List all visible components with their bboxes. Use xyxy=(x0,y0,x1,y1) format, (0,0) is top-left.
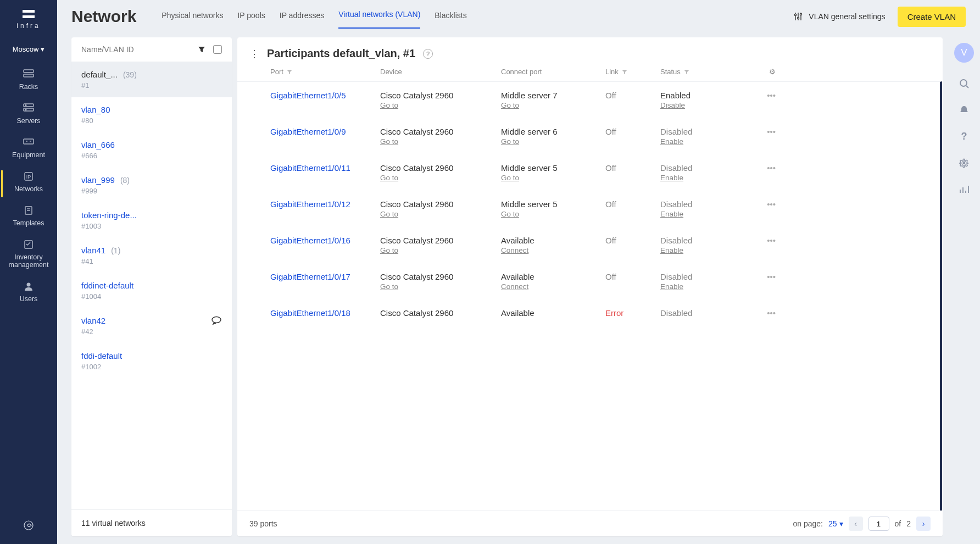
status-toggle-link[interactable]: Disable xyxy=(660,101,685,109)
vlan-settings-link[interactable]: VLAN general settings xyxy=(793,12,885,21)
comment-icon xyxy=(211,316,222,325)
svg-point-23 xyxy=(798,17,799,19)
port-link[interactable]: GigabitEthernet1/0/9 xyxy=(270,127,380,136)
port-link[interactable]: GigabitEthernet1/0/11 xyxy=(270,163,380,173)
svg-rect-2 xyxy=(24,70,34,73)
avatar[interactable]: V xyxy=(954,43,974,63)
bell-icon[interactable] xyxy=(959,104,970,115)
connect-port-link[interactable]: Go to xyxy=(501,210,519,218)
select-all-checkbox[interactable] xyxy=(213,45,222,54)
status-label: Disabled xyxy=(660,199,748,209)
port-link[interactable]: GigabitEthernet1/0/12 xyxy=(270,199,380,209)
svg-point-17 xyxy=(27,283,31,287)
gear-icon[interactable] xyxy=(959,158,970,169)
networks-icon: IP xyxy=(22,171,35,182)
device-goto-link[interactable]: Go to xyxy=(380,101,398,109)
users-icon xyxy=(22,281,35,292)
vlan-item[interactable]: vlan42#42 xyxy=(71,308,232,343)
connect-port-link[interactable]: Go to xyxy=(501,137,519,146)
svg-point-28 xyxy=(963,162,965,164)
create-vlan-button[interactable]: Create VLAN xyxy=(898,7,966,27)
port-link[interactable]: GigabitEthernet1/0/17 xyxy=(270,272,380,281)
nav-item-networks[interactable]: IPNetworks xyxy=(0,166,57,201)
status-toggle-link[interactable]: Enable xyxy=(660,246,683,254)
sliders-icon xyxy=(793,12,803,21)
nav-item-inventory[interactable]: Inventory management xyxy=(0,235,57,276)
column-header[interactable]: Port xyxy=(270,68,380,76)
gear-icon[interactable]: ⚙ xyxy=(769,68,776,76)
row-menu-icon[interactable]: ••• xyxy=(748,236,776,254)
nav-item-templates[interactable]: Templates xyxy=(0,201,57,235)
connect-port-link[interactable]: Go to xyxy=(501,101,519,109)
stats-icon[interactable] xyxy=(959,184,970,195)
nav-item-equipment[interactable]: Equipment xyxy=(0,132,57,166)
connect-port-link[interactable]: Connect xyxy=(501,246,528,254)
device-goto-link[interactable]: Go to xyxy=(380,137,398,146)
status-toggle-link[interactable]: Enable xyxy=(660,137,683,146)
pager: on page: 25 ▾ ‹ of 2 › xyxy=(793,517,931,531)
collapse-rail-button[interactable] xyxy=(19,515,38,535)
column-header[interactable]: Status xyxy=(660,68,748,76)
svg-point-22 xyxy=(795,14,797,15)
detail-menu-icon[interactable]: ⋮ xyxy=(249,48,259,60)
per-page-select[interactable]: 25 ▾ xyxy=(828,519,843,528)
tab-physical-networks[interactable]: Physical networks xyxy=(162,5,223,29)
tab-blacklists[interactable]: Blacklists xyxy=(435,5,466,29)
column-header[interactable]: Connect port xyxy=(501,68,605,76)
svg-point-26 xyxy=(960,80,967,86)
vlan-item[interactable]: vlan_999(8)#999 xyxy=(71,168,232,203)
row-menu-icon[interactable]: ••• xyxy=(748,308,776,318)
vlan-item[interactable]: default_...(39)#1 xyxy=(71,62,232,97)
tab-ip-addresses[interactable]: IP addresses xyxy=(280,5,324,29)
port-row: GigabitEthernet1/0/17Cisco Catalyst 2960… xyxy=(237,263,940,299)
status-label: Disabled xyxy=(660,272,748,281)
vlan-item[interactable]: fddinet-default#1004 xyxy=(71,273,232,308)
location-selector[interactable]: Moscow ▾ xyxy=(13,45,45,53)
tab-virtual-networks-vlan-[interactable]: Virtual networks (VLAN) xyxy=(338,4,420,29)
page-input[interactable] xyxy=(868,517,889,531)
status-toggle-link[interactable]: Enable xyxy=(660,282,683,291)
vlan-item[interactable]: vlan41(1)#41 xyxy=(71,238,232,273)
next-page-button[interactable]: › xyxy=(916,517,931,531)
help-icon[interactable]: ? xyxy=(423,49,433,59)
prev-page-button[interactable]: ‹ xyxy=(849,517,863,531)
status-toggle-link[interactable]: Enable xyxy=(660,210,683,218)
row-menu-icon[interactable]: ••• xyxy=(748,272,776,291)
detail-panel: ⋮ Participants default_vlan, #1 ? PortDe… xyxy=(237,37,943,536)
row-menu-icon[interactable]: ••• xyxy=(748,127,776,146)
nav-item-racks[interactable]: Racks xyxy=(0,64,57,98)
connect-port-link[interactable]: Go to xyxy=(501,174,519,182)
vlan-item[interactable]: vlan_666#666 xyxy=(71,132,232,168)
nav-item-servers[interactable]: Servers xyxy=(0,98,57,132)
svg-point-6 xyxy=(25,105,26,106)
column-header[interactable]: Device xyxy=(380,68,501,76)
tab-bar: Physical networksIP poolsIP addressesVir… xyxy=(162,4,466,29)
vlan-item[interactable]: vlan_80#80 xyxy=(71,97,232,132)
port-row: GigabitEthernet1/0/18Cisco Catalyst 2960… xyxy=(237,299,940,326)
svg-rect-8 xyxy=(24,139,34,144)
vlan-item[interactable]: token-ring-de...#1003 xyxy=(71,203,232,238)
help-icon[interactable]: ? xyxy=(961,131,967,142)
list-footer-count: 11 virtual networks xyxy=(71,509,232,536)
row-menu-icon[interactable]: ••• xyxy=(748,163,776,182)
vlan-item[interactable]: fddi-default#1002 xyxy=(71,343,232,379)
filter-icon[interactable] xyxy=(198,46,205,53)
status-toggle-link[interactable]: Enable xyxy=(660,174,683,182)
row-menu-icon[interactable]: ••• xyxy=(748,199,776,218)
device-goto-link[interactable]: Go to xyxy=(380,282,398,291)
link-status: Off xyxy=(605,236,660,254)
port-link[interactable]: GigabitEthernet1/0/5 xyxy=(270,91,380,100)
search-icon[interactable] xyxy=(959,78,970,89)
column-header[interactable]: ⚙ xyxy=(748,68,776,76)
port-link[interactable]: GigabitEthernet1/0/18 xyxy=(270,308,380,318)
connect-port-link[interactable]: Connect xyxy=(501,282,528,291)
device-goto-link[interactable]: Go to xyxy=(380,246,398,254)
nav-item-users[interactable]: Users xyxy=(0,276,57,310)
port-link[interactable]: GigabitEthernet1/0/16 xyxy=(270,236,380,245)
chevron-down-icon: ▾ xyxy=(839,519,843,528)
device-goto-link[interactable]: Go to xyxy=(380,174,398,182)
column-header[interactable]: Link xyxy=(605,68,660,76)
row-menu-icon[interactable]: ••• xyxy=(748,91,776,109)
tab-ip-pools[interactable]: IP pools xyxy=(237,5,265,29)
device-goto-link[interactable]: Go to xyxy=(380,210,398,218)
